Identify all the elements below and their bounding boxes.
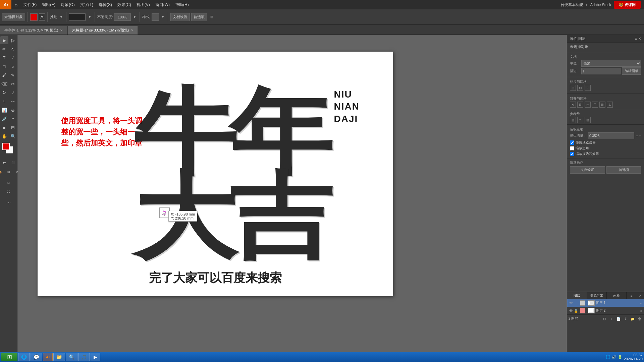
menu-help[interactable]: 帮助(H) [172, 0, 192, 9]
collect-in-layer-btn[interactable]: 📁 [630, 316, 636, 321]
layer-1-eye-icon[interactable]: 👁 [569, 301, 574, 305]
ellipse-tool[interactable]: ○ [9, 62, 17, 70]
unit-select[interactable]: 毫米 [581, 60, 641, 67]
layers-tab-artboards[interactable]: 画板 [607, 292, 627, 299]
chart-tool[interactable]: 📊 [0, 106, 8, 114]
more-tools[interactable]: ⊞ [209, 13, 214, 21]
layers-panel-menu[interactable]: ≡ [627, 292, 637, 299]
free-transform-tool[interactable]: ⊹ [9, 97, 17, 105]
blend-tool[interactable]: ⌖ [9, 115, 17, 123]
canvas-area[interactable]: 使用宽度工具，将一头调 整的宽一些，一头细一 些，然后加英文，加印章 NIU N… [17, 35, 567, 352]
scale-strokes-check[interactable] [570, 152, 574, 156]
swap-colors[interactable]: ⇄ [0, 159, 8, 167]
preferences-btn[interactable]: 首选项 [191, 13, 207, 21]
tab-0-close[interactable]: ✕ [60, 28, 63, 32]
align-center-h-icon[interactable]: ⊟ [577, 102, 583, 108]
layers-tab-label[interactable]: 图层 [578, 36, 586, 41]
guide-icon-3[interactable]: ⊟ [585, 117, 591, 123]
pencil-tool[interactable]: ✎ [9, 71, 17, 79]
normal-view[interactable]: □ [5, 179, 13, 187]
stroke-input[interactable] [581, 68, 621, 74]
layer-2-lock-icon[interactable]: 🔒 [574, 309, 579, 313]
menu-object[interactable]: 对象(O) [58, 0, 77, 9]
guide-icon-2[interactable]: ≡ [577, 117, 583, 123]
layer-2-eye-icon[interactable]: 👁 [569, 309, 574, 313]
style-swatch[interactable] [152, 13, 159, 21]
stroke-swatch[interactable] [69, 13, 86, 21]
delete-layer-btn[interactable]: 🗑 [637, 316, 643, 321]
align-bottom-icon[interactable]: ⊥ [607, 102, 613, 108]
direct-select-tool[interactable]: ▷ [9, 36, 17, 44]
line-tool[interactable]: / [9, 54, 17, 62]
gradient-mode[interactable]: ▤ [5, 168, 13, 176]
new-sublayer-btn[interactable]: + [608, 316, 614, 321]
layer-row-1[interactable]: 👁 图层 1 ○ [567, 299, 644, 307]
taskbar-app-music[interactable]: 🎵 [78, 353, 90, 361]
menu-edit[interactable]: 编辑(E) [39, 0, 58, 9]
rect-tool[interactable]: □ [0, 62, 8, 70]
scissors-tool[interactable]: ✂ [9, 80, 17, 88]
symbol-tool[interactable]: ⊕ [9, 106, 17, 114]
snap-ruler-icon[interactable]: ⊞ [570, 85, 576, 91]
new-layer-btn[interactable]: 📄 [615, 316, 622, 321]
start-button[interactable]: ⊞ [1, 353, 17, 361]
quick-doc-settings-btn[interactable]: 文档设置 [570, 166, 605, 174]
align-center-v-icon[interactable]: ⊞ [599, 102, 605, 108]
menu-view[interactable]: 视图(V) [134, 0, 153, 9]
mesh-tool[interactable]: ⊞ [9, 123, 17, 131]
preview-bounds-check[interactable] [570, 140, 574, 145]
zoom-tool[interactable]: 🔍 [9, 132, 17, 140]
select-tool[interactable]: ▶ [0, 36, 8, 44]
stroke-dropdown[interactable]: ▾ [87, 13, 92, 21]
eyedropper-tool[interactable]: 💉 [0, 115, 8, 123]
layers-tab-layers[interactable]: 图层 [567, 292, 587, 299]
align-left-icon[interactable]: ⊲ [570, 102, 576, 108]
color-mode[interactable]: 🎨 [0, 168, 4, 176]
menu-text[interactable]: 文字(T) [77, 0, 96, 9]
snap-dot-icon[interactable]: · [585, 85, 591, 91]
gradient-tool[interactable]: ■ [0, 123, 8, 131]
warp-tool[interactable]: ≈ [0, 97, 8, 105]
scale-corners-check[interactable] [570, 146, 574, 150]
taskbar-app-search[interactable]: 🔍 [66, 353, 77, 361]
layer-2-circle-icon[interactable]: ○ [640, 309, 642, 313]
more-tools-btn[interactable]: ... [5, 197, 13, 205]
move-to-btn[interactable]: ↧ [623, 316, 629, 321]
fullscreen-view[interactable]: ⛶ [5, 187, 13, 195]
layers-panel-close[interactable]: ✕ [637, 292, 644, 299]
fg-color-swatch[interactable] [2, 143, 10, 150]
edit-artboard-btn[interactable]: 编辑画板 [622, 67, 641, 75]
tab-0[interactable]: 牛字体.ai @ 3.12% (CMYK/预览) ✕ [0, 26, 67, 35]
fill-color-swatch[interactable] [30, 13, 38, 21]
menu-select[interactable]: 选择(S) [96, 0, 115, 9]
menu-file[interactable]: 文件(F) [21, 0, 39, 9]
none-mode[interactable]: ⊘ [13, 168, 21, 176]
tab-1[interactable]: 未标题-1* @ 33.33% (CMYK/预览) ✕ [68, 26, 138, 35]
eraser-tool[interactable]: ⌫ [0, 80, 8, 88]
reset-colors[interactable]: ⬛ [9, 159, 17, 167]
guide-icon-1[interactable]: ⊞ [570, 117, 576, 123]
taskbar-app-ai[interactable]: Ai [43, 353, 53, 361]
push-dropdown[interactable]: ▾ [58, 13, 64, 21]
layer-1-circle-icon[interactable]: ○ [640, 301, 642, 305]
stroke-tool-icon[interactable] [39, 13, 45, 21]
layers-tab-export[interactable]: 资源导出 [587, 292, 607, 299]
tab-1-close[interactable]: ✕ [131, 28, 133, 32]
pen-tool[interactable]: ✏ [0, 45, 8, 53]
taskbar-app-files[interactable]: 📁 [53, 353, 65, 361]
quick-preferences-btn[interactable]: 首选项 [606, 166, 642, 174]
taskbar-app-chat[interactable]: 💬 [31, 353, 42, 361]
doc-settings-btn[interactable]: 文档设置 [170, 13, 190, 21]
taskbar-app-player[interactable]: ▶ [91, 353, 100, 361]
type-tool[interactable]: T [0, 54, 8, 62]
menu-window[interactable]: 窗口(W) [153, 0, 172, 9]
border-width-input[interactable] [588, 132, 634, 139]
align-top-icon[interactable]: ⊤ [592, 102, 598, 108]
align-right-icon[interactable]: ⊳ [585, 102, 591, 108]
panel-menu-icon[interactable]: ≡ [635, 37, 637, 41]
hand-tool[interactable]: ✋ [0, 132, 8, 140]
paint-brush-tool[interactable]: 🖌 [0, 71, 8, 79]
taskbar-app-browser[interactable]: 🌐 [18, 353, 30, 361]
rotate-tool[interactable]: ↻ [0, 88, 8, 97]
properties-tab-label[interactable]: 属性 [570, 36, 577, 41]
